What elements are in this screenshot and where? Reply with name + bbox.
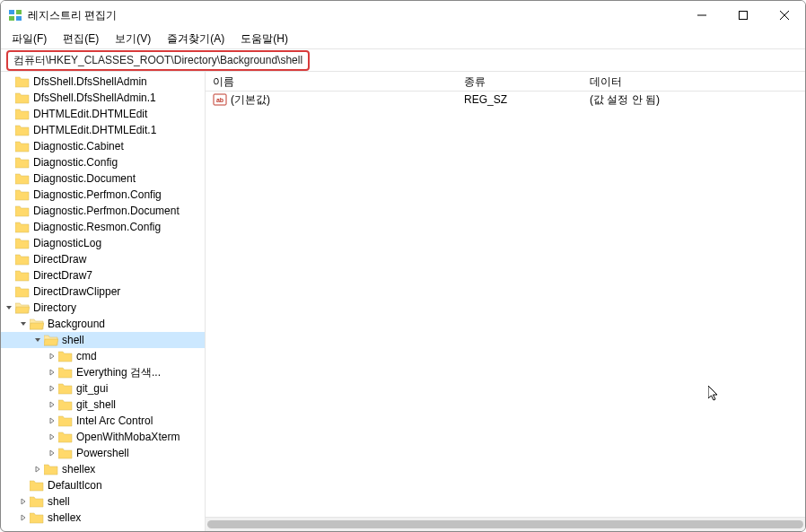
folder-icon (15, 75, 30, 88)
folder-icon (58, 350, 73, 362)
maximize-button[interactable] (723, 1, 764, 30)
chevron-right-icon[interactable] (46, 385, 58, 392)
folder-icon (15, 188, 30, 201)
tree-item-label: Background (48, 318, 105, 330)
folder-icon (30, 511, 44, 524)
tree-item-label: cmd (76, 350, 97, 362)
chevron-down-icon[interactable] (17, 320, 30, 327)
tree-item-label: DfsShell.DfsShellAdmin (33, 75, 147, 88)
tree-item[interactable]: Diagnostic.Perfmon.Config (1, 187, 205, 203)
tree-item[interactable]: git_gui (1, 380, 205, 397)
horizontal-scrollbar[interactable] (206, 517, 805, 531)
value-data: (값 설정 안 됨) (583, 92, 805, 108)
folder-icon (15, 253, 30, 266)
tree-item[interactable]: shell (1, 493, 205, 510)
tree-item-label: Everything 검색... (76, 365, 161, 380)
svg-rect-1 (16, 10, 22, 14)
menu-file[interactable]: 파일(F) (4, 30, 54, 48)
folder-icon (44, 334, 58, 346)
svg-text:ab: ab (216, 97, 223, 103)
tree-item[interactable]: DirectDraw7 (1, 267, 205, 283)
folder-icon (15, 108, 30, 120)
list-row[interactable]: ab(기본값)REG_SZ(값 설정 안 됨) (206, 92, 805, 108)
tree-item[interactable]: Diagnostic.Resmon.Config (1, 219, 205, 235)
tree-pane[interactable]: DfsShell.DfsShellAdminDfsShell.DfsShellA… (1, 72, 206, 531)
tree-item[interactable]: Diagnostic.Config (1, 154, 205, 170)
menu-help[interactable]: 도움말(H) (233, 30, 295, 48)
column-header-type[interactable]: 종류 (457, 72, 583, 91)
tree-item-label: Intel Arc Control (76, 414, 153, 427)
folder-icon (15, 140, 30, 153)
chevron-down-icon[interactable] (31, 336, 44, 344)
chevron-right-icon[interactable] (46, 401, 58, 408)
menu-edit[interactable]: 편집(E) (56, 30, 106, 48)
tree-item[interactable]: shellex (1, 510, 205, 526)
svg-rect-2 (9, 16, 14, 21)
tree-item-label: Diagnostic.Perfmon.Document (33, 205, 180, 217)
tree-item[interactable]: shellex (1, 461, 205, 477)
svg-rect-0 (9, 10, 14, 14)
value-name-cell: ab(기본값) (206, 92, 457, 108)
menu-view[interactable]: 보기(V) (108, 30, 158, 48)
chevron-right-icon[interactable] (46, 369, 58, 376)
tree-item[interactable]: cmd (1, 348, 205, 364)
tree-item[interactable]: Everything 검색... (1, 364, 205, 380)
folder-icon (15, 172, 30, 185)
svg-rect-3 (16, 16, 22, 21)
folder-icon (58, 431, 73, 443)
tree-item[interactable]: OpenWithMobaXterm (1, 429, 205, 445)
tree-item[interactable]: git_shell (1, 397, 205, 413)
folder-icon (15, 221, 30, 233)
tree-item-label: Diagnostic.Config (33, 156, 118, 169)
close-button[interactable] (764, 1, 805, 30)
menubar: 파일(F) 편집(E) 보기(V) 즐겨찾기(A) 도움말(H) (1, 30, 805, 49)
tree-item[interactable]: DiagnosticLog (1, 235, 205, 251)
folder-icon (58, 414, 73, 427)
chevron-right-icon[interactable] (46, 417, 58, 424)
folder-icon (15, 237, 30, 249)
list-pane[interactable]: 이름 종류 데이터 ab(기본값)REG_SZ(값 설정 안 됨) (206, 72, 805, 531)
tree-item-label: shellex (48, 511, 81, 524)
tree-item[interactable]: Powershell (1, 445, 205, 461)
chevron-right-icon[interactable] (46, 353, 58, 360)
tree-item[interactable]: DirectDraw (1, 251, 205, 267)
chevron-right-icon[interactable] (31, 466, 44, 473)
menu-favorites[interactable]: 즐겨찾기(A) (160, 30, 232, 48)
tree-item[interactable]: DfsShell.DfsShellAdmin (1, 74, 205, 90)
tree-item-label: Diagnostic.Resmon.Config (33, 221, 161, 233)
tree-item[interactable]: DefaultIcon (1, 477, 205, 493)
column-header-name[interactable]: 이름 (206, 72, 457, 91)
minimize-button[interactable] (681, 1, 723, 30)
tree-item[interactable]: shell (1, 332, 205, 348)
tree-item[interactable]: DirectDrawClipper (1, 283, 205, 300)
tree-item[interactable]: Diagnostic.Document (1, 170, 205, 187)
folder-icon (15, 124, 30, 136)
tree-item[interactable]: Diagnostic.Perfmon.Document (1, 203, 205, 219)
tree-item[interactable]: DHTMLEdit.DHTMLEdit.1 (1, 122, 205, 138)
tree-item-label: Diagnostic.Perfmon.Config (33, 188, 162, 201)
chevron-right-icon[interactable] (46, 449, 58, 457)
tree-item[interactable]: Diagnostic.Cabinet (1, 138, 205, 154)
window-title: 레지스트리 편집기 (28, 8, 681, 23)
window-controls (681, 1, 805, 30)
tree-item[interactable]: DHTMLEdit.DHTMLEdit (1, 106, 205, 122)
column-header-data[interactable]: 데이터 (583, 72, 805, 91)
tree-item-label: DirectDraw7 (33, 269, 92, 282)
tree-item-label: Powershell (76, 447, 129, 459)
tree-item-label: Directory (33, 301, 76, 314)
chevron-down-icon[interactable] (3, 304, 15, 311)
tree-item[interactable]: Directory (1, 300, 205, 316)
tree-item[interactable]: Background (1, 316, 205, 332)
chevron-right-icon[interactable] (17, 498, 30, 505)
tree-item[interactable]: DfsShell.DfsShellAdmin.1 (1, 90, 205, 106)
address-path[interactable]: 컴퓨터\HKEY_CLASSES_ROOT\Directory\Backgrou… (6, 50, 310, 71)
titlebar: 레지스트리 편집기 (1, 1, 805, 30)
chevron-right-icon[interactable] (46, 433, 58, 440)
list-body: ab(기본값)REG_SZ(값 설정 안 됨) (206, 92, 805, 517)
chevron-right-icon[interactable] (17, 514, 30, 521)
content-area: DfsShell.DfsShellAdminDfsShell.DfsShellA… (1, 71, 805, 531)
tree-item-label: shell (62, 334, 84, 346)
tree-item[interactable]: Intel Arc Control (1, 413, 205, 429)
folder-icon (15, 156, 30, 169)
folder-icon (30, 495, 44, 508)
